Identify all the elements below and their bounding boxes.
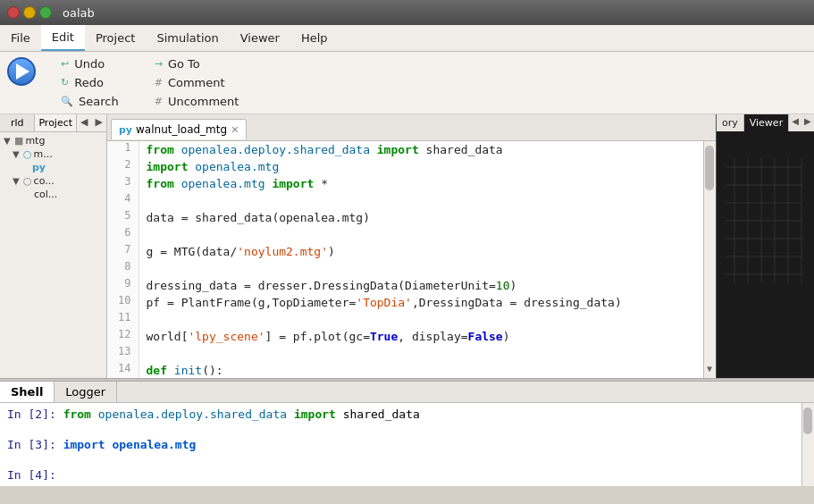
tree-arrow-m: ▼ [13,149,21,159]
tab-name: walnut_load_mtg [136,123,227,136]
window-controls[interactable] [7,6,52,19]
line-number: 1 [107,141,138,158]
right-panel-tabs: ory Viewer ◀ ▶ [717,114,814,131]
redo-label: Redo [74,76,104,89]
menu-simulation[interactable]: Simulation [146,25,229,51]
right-arrow-right[interactable]: ▶ [801,114,814,131]
shell-tab-logger[interactable]: Logger [55,382,117,402]
code-scroll[interactable]: 1 from openalea.deploy.shared_data impor… [107,141,716,378]
edit-uncomment[interactable]: # Uncomment [151,93,243,110]
tree-label-co: co... [34,175,55,187]
code-editor: py walnut_load_mtg ✕ 1 from openalea.dep… [107,114,716,378]
goto-icon: → [155,58,163,70]
line-code: data = shared_data(openalea.mtg) [138,209,716,226]
code-content[interactable]: 1 from openalea.deploy.shared_data impor… [107,141,716,378]
module-icon-m: ○ [23,148,32,160]
line-code [138,260,716,277]
line-number: 8 [107,260,138,277]
right-panel: ory Viewer ◀ ▶ [716,114,814,378]
code-scrollbar-thumb[interactable] [705,146,714,190]
close-button[interactable] [7,6,20,19]
menu-edit[interactable]: Edit [41,25,85,51]
tree-label-col: col... [34,189,57,200]
sidebar-arrows: ◀ ▶ [77,114,106,131]
line-number: 4 [107,192,138,209]
line-code [138,192,716,209]
right-tab-viewer[interactable]: Viewer [744,114,789,131]
edit-redo[interactable]: ↻ Redo [57,74,122,91]
table-row: 9 dressing_data = dresser.DressingData(D… [107,277,716,294]
shell-tabs: Shell Logger [0,382,814,403]
tree-item-py[interactable]: py [2,161,105,174]
play-area [0,52,43,91]
shell-scrollbar[interactable] [801,403,814,486]
main-area: rld Project ◀ ▶ ▼ ■ mtg ▼ ○ m... py [0,114,814,378]
line-code: from openalea.mtg import * [138,175,716,192]
right-tab-ory[interactable]: ory [717,114,744,131]
tree-item-mtg[interactable]: ▼ ■ mtg [2,134,105,147]
sidebar-tab-world[interactable]: rld [0,114,35,131]
tree-arrow-co: ▼ [13,176,21,186]
list-item: In [4]: [7,467,794,483]
line-code: def init(): [138,362,716,378]
sidebar-tabs: rld Project ◀ ▶ [0,114,106,132]
window-title: oalab [63,6,95,20]
sidebar-arrow-right[interactable]: ▶ [92,114,106,131]
code-tab-walnut[interactable]: py walnut_load_mtg ✕ [111,119,247,139]
shell-prompt-2: In [2]: [7,407,56,421]
line-code: from openalea.deploy.shared_data import … [138,141,716,158]
menu-file[interactable]: File [0,25,41,51]
sidebar-arrow-left[interactable]: ◀ [77,114,91,131]
shell-scrollbar-thumb[interactable] [803,407,812,434]
table-row: 6 [107,226,716,243]
sidebar-tab-project[interactable]: Project [35,114,77,131]
right-arrow-left[interactable]: ◀ [789,114,801,131]
table-row: 7 g = MTG(data/'noylum2.mtg') [107,243,716,260]
undo-label: Undo [74,57,105,71]
edit-search[interactable]: 🔍 Search [57,93,122,110]
line-code [138,311,716,328]
play-button[interactable] [7,57,36,86]
menu-viewer[interactable]: Viewer [230,25,290,51]
tree-arrow-mtg: ▼ [4,136,13,146]
edit-col-left: ↩ Undo ↻ Redo 🔍 Search [43,55,137,110]
svg-rect-0 [717,131,814,378]
edit-comment[interactable]: # Comment [151,74,243,91]
uncomment-icon: # [155,96,163,107]
comment-icon: # [155,77,163,88]
table-row: 13 [107,345,716,362]
edit-undo[interactable]: ↩ Undo [57,55,122,72]
sidebar-content: ▼ ■ mtg ▼ ○ m... py ▼ ○ co... [0,132,106,378]
shell-tab-shell[interactable]: Shell [0,382,55,402]
maximize-button[interactable] [39,6,52,19]
edit-menu-dropdown: ↩ Undo ↻ Redo 🔍 Search → Go To # Comment [43,52,256,113]
uncomment-label: Uncomment [168,95,239,108]
line-code [138,345,716,362]
line-code: import openalea.mtg [138,158,716,175]
line-number: 10 [107,294,138,311]
tree-item-col[interactable]: col... [2,188,105,201]
shell-area: Shell Logger In [2]: from openalea.deplo… [0,382,814,486]
scroll-down-arrow[interactable]: ▼ [705,364,714,376]
edit-goto[interactable]: → Go To [151,55,243,72]
line-number: 2 [107,158,138,175]
viewer-svg [717,131,814,378]
table-row: 8 [107,260,716,277]
shell-content[interactable]: In [2]: from openalea.deploy.shared_data… [0,403,801,486]
right-panel-arrows: ◀ ▶ [789,114,813,131]
edit-col-right: → Go To # Comment # Uncomment [137,55,257,110]
menu-help[interactable]: Help [290,25,339,51]
minimize-button[interactable] [23,6,36,19]
shell-prompt-3: In [3]: [7,438,56,451]
tab-close-button[interactable]: ✕ [231,124,239,136]
menu-project[interactable]: Project [85,25,146,51]
list-item: In [2]: from openalea.deploy.shared_data… [7,407,794,422]
line-code: pf = PlantFrame(g,TopDiameter='TopDia',D… [138,294,716,311]
tree-item-m[interactable]: ▼ ○ m... [2,147,105,161]
search-label: Search [79,95,119,108]
code-scrollbar[interactable]: ▼ [703,141,716,378]
tree-item-co[interactable]: ▼ ○ co... [2,174,105,188]
line-code: world['lpy_scene'] = pf.plot(gc=True, di… [138,328,716,345]
line-code: dressing_data = dresser.DressingData(Dia… [138,277,716,294]
table-row: 11 [107,311,716,328]
